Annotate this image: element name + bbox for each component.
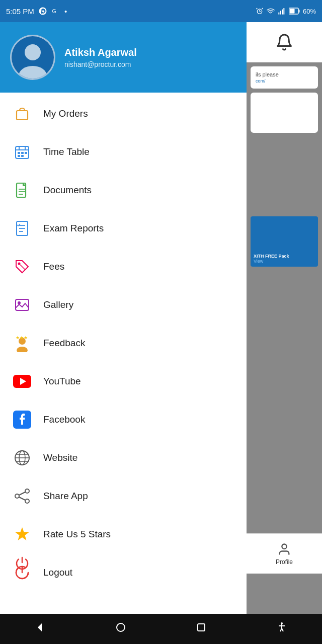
star-icon: [12, 524, 32, 544]
peek-blue-banner: XITH FREE Pack View: [251, 216, 318, 267]
menu-label-rate-us: Rate Us 5 Stars: [43, 529, 111, 540]
svg-point-21: [18, 263, 21, 265]
menu-item-logout[interactable]: Logout: [0, 553, 247, 592]
svg-line-51: [262, 8, 263, 9]
android-nav-bar: [0, 614, 322, 644]
peek-gray-area: [251, 137, 318, 212]
status-left: 5:05 PM G •: [6, 7, 67, 16]
accessibility-button[interactable]: [276, 621, 288, 636]
home-button[interactable]: [115, 621, 127, 636]
peek-card-1: ils please com/: [251, 66, 318, 89]
menu-list: My Orders Time Table: [0, 93, 247, 644]
menu-label-website: Website: [43, 452, 77, 463]
battery-percent: 60%: [303, 8, 316, 15]
svg-line-50: [256, 8, 257, 9]
svg-point-1: [25, 44, 41, 60]
svg-rect-53: [278, 13, 279, 15]
menu-label-exam-reports: Exam Reports: [43, 223, 104, 234]
share-icon: [12, 486, 32, 506]
svg-point-0: [282, 544, 286, 548]
menu-label-logout: Logout: [43, 567, 72, 578]
svg-rect-10: [18, 155, 20, 157]
back-button[interactable]: [34, 621, 46, 636]
svg-point-61: [117, 623, 125, 631]
menu-label-share-app: Share App: [43, 491, 88, 502]
menu-label-feedback: Feedback: [43, 338, 85, 349]
menu-item-rate-us[interactable]: Rate Us 5 Stars: [0, 515, 247, 553]
svg-rect-11: [21, 155, 24, 157]
svg-point-63: [281, 622, 283, 624]
menu-label-youtube: YouTube: [43, 376, 81, 387]
peek-background: ils please com/ XITH FREE Pack View Prof…: [247, 22, 322, 614]
svg-point-52: [270, 14, 271, 14]
power-icon: [12, 562, 32, 583]
menu-item-my-orders[interactable]: My Orders: [0, 95, 247, 133]
svg-rect-55: [282, 10, 283, 15]
profile-tab[interactable]: Profile: [247, 533, 322, 574]
svg-line-22: [20, 265, 25, 270]
shopping-bag-icon: [12, 104, 32, 124]
navigation-drawer: Atiksh Agarwal nishant@proctur.com My Or…: [0, 22, 247, 644]
svg-rect-62: [198, 624, 205, 631]
user-info: Atiksh Agarwal nishant@proctur.com: [64, 47, 137, 68]
document-icon: [12, 180, 32, 200]
profile-label: Profile: [276, 558, 293, 566]
user-name: Atiksh Agarwal: [64, 47, 137, 58]
drawer-header: Atiksh Agarwal nishant@proctur.com: [0, 22, 247, 93]
image-icon: [12, 295, 32, 315]
menu-item-gallery[interactable]: Gallery: [0, 286, 247, 324]
svg-point-36: [25, 489, 29, 493]
svg-rect-9: [21, 152, 24, 154]
bell-area: [247, 22, 322, 62]
menu-item-youtube[interactable]: YouTube: [0, 362, 247, 400]
status-bar: 5:05 PM G • 60%: [0, 0, 322, 22]
menu-label-fees: Fees: [43, 261, 64, 272]
user-email: nishant@proctur.com: [64, 60, 137, 68]
menu-item-share-app[interactable]: Share App: [0, 477, 247, 515]
menu-item-feedback[interactable]: ★★★ Feedback: [0, 324, 247, 362]
svg-marker-60: [38, 623, 42, 631]
svg-rect-8: [18, 152, 20, 154]
menu-item-fees[interactable]: Fees: [0, 248, 247, 286]
status-time: 5:05 PM: [6, 7, 34, 16]
svg-line-39: [19, 492, 25, 495]
menu-label-time-table: Time Table: [43, 146, 90, 157]
menu-item-exam-reports[interactable]: Exam Reports: [0, 209, 247, 248]
svg-rect-3: [17, 111, 28, 120]
menu-label-gallery: Gallery: [43, 299, 73, 310]
svg-line-40: [19, 497, 25, 500]
menu-item-time-table[interactable]: Time Table: [0, 133, 247, 171]
svg-text:★★★: ★★★: [16, 335, 28, 340]
svg-rect-12: [25, 152, 27, 154]
svg-point-26: [17, 347, 28, 352]
avatar: [10, 35, 55, 80]
menu-label-my-orders: My Orders: [43, 108, 88, 119]
svg-rect-54: [280, 11, 281, 14]
svg-point-2: [19, 66, 47, 78]
menu-item-website[interactable]: Website: [0, 439, 247, 477]
menu-label-documents: Documents: [43, 185, 92, 196]
svg-line-67: [282, 628, 283, 631]
menu-item-facebook[interactable]: Facebook: [0, 400, 247, 439]
menu-label-facebook: Facebook: [43, 414, 85, 425]
recent-button[interactable]: [195, 621, 207, 636]
feedback-star-icon: ★★★: [12, 333, 32, 353]
menu-item-documents[interactable]: Documents: [0, 171, 247, 209]
svg-rect-56: [283, 8, 284, 15]
checklist-icon: [12, 218, 32, 238]
youtube-icon: [12, 371, 32, 391]
svg-marker-41: [15, 527, 29, 540]
price-tag-icon: [12, 257, 32, 277]
globe-icon: [12, 448, 32, 468]
svg-text:G: G: [52, 8, 56, 14]
svg-point-37: [15, 494, 19, 498]
status-right: 60%: [256, 7, 316, 15]
calendar-grid-icon: [12, 142, 32, 162]
svg-rect-58: [298, 10, 299, 13]
peek-card-2: [251, 93, 318, 133]
svg-rect-59: [289, 9, 294, 14]
svg-point-38: [25, 499, 29, 503]
facebook-icon: [12, 410, 32, 430]
